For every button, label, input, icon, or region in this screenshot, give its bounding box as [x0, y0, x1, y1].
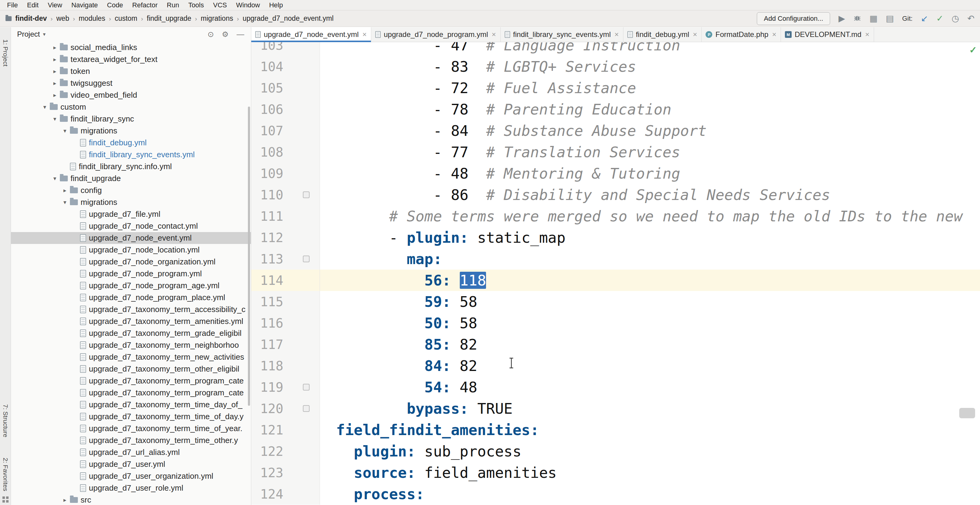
editor-tab[interactable]: upgrade_d7_node_event.yml×: [251, 27, 371, 42]
editor-tab[interactable]: PFormatDate.php×: [702, 27, 781, 42]
tree-item[interactable]: upgrade_d7_taxonomy_term_other_eligibil: [11, 363, 251, 375]
menu-item-help[interactable]: Help: [264, 0, 287, 10]
tree-item[interactable]: ▾findit_upgrade: [11, 172, 251, 185]
fold-marker-icon[interactable]: [303, 384, 310, 390]
menu-item-run[interactable]: Run: [162, 0, 183, 10]
tree-scrollbar-thumb[interactable]: [248, 107, 250, 406]
tab-close-icon[interactable]: ×: [492, 30, 496, 39]
code-line[interactable]: 56: 118: [320, 272, 486, 289]
tree-item[interactable]: upgrade_d7_taxonomy_term_program_cate: [11, 375, 251, 387]
menu-item-navigate[interactable]: Navigate: [67, 0, 103, 10]
tree-item[interactable]: ▾migrations: [11, 125, 251, 137]
code-line[interactable]: - 72 # Fuel Assistance: [320, 80, 636, 97]
tab-close-icon[interactable]: ×: [363, 30, 367, 39]
code-line[interactable]: - 83 # LGBTQ+ Services: [320, 58, 636, 75]
tree-item[interactable]: upgrade_d7_node_program_age.yml: [11, 280, 251, 292]
code-line[interactable]: 84: 82: [320, 357, 477, 374]
inspections-ok-icon[interactable]: ✓: [969, 45, 977, 55]
run-icon[interactable]: ▶: [838, 14, 845, 23]
code-line[interactable]: - 48 # Mentoring & Tutoring: [320, 165, 680, 182]
hide-panel-icon[interactable]: —: [234, 30, 247, 39]
code-line[interactable]: # Some terms were merged so we need to m…: [320, 208, 963, 225]
code-line[interactable]: process:: [320, 486, 424, 503]
tree-item[interactable]: upgrade_d7_node_event.yml: [11, 232, 251, 244]
tree-item[interactable]: upgrade_d7_taxonomy_term_amenities.yml: [11, 315, 251, 327]
chevron-right-icon[interactable]: ▸: [60, 187, 70, 194]
editor-tab[interactable]: upgrade_d7_node_program.yml×: [371, 27, 501, 42]
chevron-right-icon[interactable]: ▸: [50, 56, 60, 63]
tree-item[interactable]: upgrade_d7_taxonomy_term_neighborhoo: [11, 339, 251, 351]
tree-item[interactable]: upgrade_d7_user_organization.yml: [11, 470, 251, 482]
tool-window-project-button[interactable]: 1: Project: [2, 39, 9, 67]
add-configuration-button[interactable]: Add Configuration...: [757, 12, 830, 25]
menu-item-window[interactable]: Window: [231, 0, 264, 10]
chevron-down-icon[interactable]: ▾: [60, 127, 70, 134]
layout-icon[interactable]: ▤: [886, 14, 894, 23]
code-line[interactable]: - 77 # Translation Services: [320, 143, 680, 161]
menu-item-vcs[interactable]: VCS: [208, 0, 231, 10]
breadcrumb-item[interactable]: custom: [115, 14, 137, 22]
tree-item[interactable]: upgrade_d7_user.yml: [11, 458, 251, 470]
chevron-right-icon[interactable]: ▸: [50, 92, 60, 99]
tree-item[interactable]: upgrade_d7_taxonomy_term_new_activities: [11, 351, 251, 363]
tree-item[interactable]: upgrade_d7_taxonomy_term_time_other.y: [11, 435, 251, 446]
menu-item-edit[interactable]: Edit: [22, 0, 43, 10]
breadcrumb-item[interactable]: migrations: [201, 14, 233, 22]
tab-close-icon[interactable]: ×: [614, 30, 619, 39]
chevron-down-icon[interactable]: ▾: [50, 175, 60, 182]
menu-item-view[interactable]: View: [43, 0, 67, 10]
code-line[interactable]: plugin: sub_process: [320, 443, 522, 460]
coverage-icon[interactable]: ▦: [869, 14, 877, 23]
tree-item[interactable]: upgrade_d7_node_program.yml: [11, 268, 251, 280]
code-line[interactable]: bypass: TRUE: [320, 400, 512, 417]
code-line[interactable]: field_findit_amenities:: [320, 421, 539, 438]
tree-item[interactable]: findit_library_sync.info.yml: [11, 161, 251, 172]
code-line[interactable]: - 86 # Disability and Special Needs Serv…: [320, 186, 830, 203]
panel-title[interactable]: Project: [17, 30, 40, 38]
editor-scrollbar-thumb[interactable]: [959, 408, 975, 418]
editor[interactable]: 103 - 47 # Language Instruction104 - 83 …: [251, 42, 980, 505]
tool-window-switcher-icon[interactable]: [2, 497, 8, 503]
chevron-down-icon[interactable]: ▾: [60, 199, 70, 206]
tool-window-structure-button[interactable]: 7: Structure: [2, 404, 9, 438]
breadcrumb-item[interactable]: findit-dev: [15, 14, 47, 22]
tab-close-icon[interactable]: ×: [865, 30, 869, 39]
code-line[interactable]: 59: 58: [320, 293, 477, 310]
menu-item-refactor[interactable]: Refactor: [127, 0, 162, 10]
tree-item[interactable]: ▾findit_library_sync: [11, 113, 251, 125]
code-line[interactable]: - 78 # Parenting Education: [320, 101, 671, 118]
git-commit-icon[interactable]: ✓: [936, 14, 943, 23]
tree-item[interactable]: upgrade_d7_node_program_place.yml: [11, 292, 251, 303]
breadcrumb-item[interactable]: findit_upgrade: [147, 14, 191, 22]
gear-icon[interactable]: ⚙: [220, 30, 231, 39]
tree-item[interactable]: ▸config: [11, 185, 251, 196]
code-line[interactable]: - plugin: static_map: [320, 229, 565, 246]
git-history-icon[interactable]: ◷: [951, 14, 959, 23]
code-line[interactable]: 54: 48: [320, 379, 477, 396]
menu-item-tools[interactable]: Tools: [184, 0, 208, 10]
tab-close-icon[interactable]: ×: [772, 30, 776, 39]
git-back-icon[interactable]: ↶: [967, 14, 975, 23]
tree-item[interactable]: upgrade_d7_user_role.yml: [11, 482, 251, 494]
chevron-right-icon[interactable]: ▸: [50, 44, 60, 51]
tree-item[interactable]: upgrade_d7_taxonomy_term_accessibility_c: [11, 303, 251, 315]
breadcrumb-item[interactable]: upgrade_d7_node_event.yml: [243, 14, 334, 22]
tree-item[interactable]: upgrade_d7_taxonomy_term_grade_eligibil: [11, 327, 251, 339]
tree-item[interactable]: upgrade_d7_node_contact.yml: [11, 220, 251, 232]
code-line[interactable]: 85: 82: [320, 336, 477, 353]
tree-item[interactable]: upgrade_d7_taxonomy_term_time_day_of_: [11, 399, 251, 411]
editor-tab[interactable]: MDEVELOPMENT.md×: [781, 27, 874, 42]
tree-item[interactable]: ▸textarea_widget_for_text: [11, 53, 251, 65]
menu-item-code[interactable]: Code: [103, 0, 128, 10]
editor-tab[interactable]: findit_library_sync_events.yml×: [501, 27, 624, 42]
breadcrumb-item[interactable]: modules: [79, 14, 105, 22]
chevron-right-icon[interactable]: ▸: [50, 68, 60, 75]
tab-close-icon[interactable]: ×: [693, 30, 697, 39]
tree-item[interactable]: ▸token: [11, 65, 251, 77]
breadcrumb-item[interactable]: web: [56, 14, 69, 22]
locate-file-icon[interactable]: ⊙: [205, 30, 216, 39]
git-update-icon[interactable]: ↙: [921, 14, 928, 23]
fold-marker-icon[interactable]: [303, 405, 310, 412]
tree-item[interactable]: upgrade_d7_taxonomy_term_program_cate: [11, 387, 251, 399]
tree-item[interactable]: upgrade_d7_node_organization.yml: [11, 256, 251, 268]
